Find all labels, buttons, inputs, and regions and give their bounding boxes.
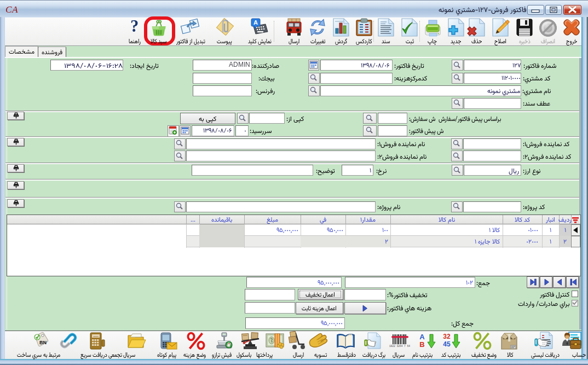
- svg-text:A: A: [419, 333, 425, 341]
- svg-text:1822 3264 7 64: 1822 3264 7 64: [389, 345, 410, 347]
- svg-text:8888: 8888: [93, 335, 99, 338]
- svg-text:BN: BN: [39, 340, 47, 345]
- svg-text:A: A: [253, 19, 258, 26]
- svg-text:45: 45: [443, 340, 451, 348]
- svg-text:B: B: [419, 340, 424, 349]
- svg-text:32: 32: [443, 333, 451, 340]
